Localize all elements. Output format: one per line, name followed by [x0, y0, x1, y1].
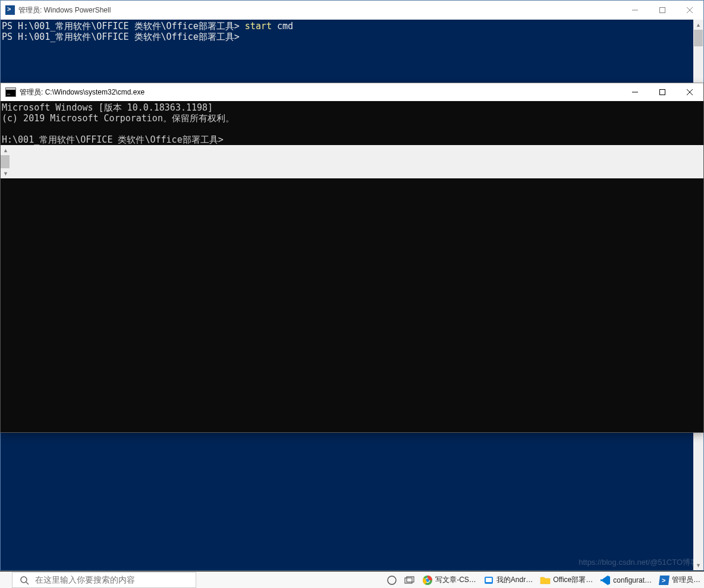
- search-icon: [20, 576, 29, 585]
- watermark: https://blog.csdn.net/@51CTO博客: [579, 557, 698, 568]
- powershell-window-controls: [621, 1, 703, 20]
- taskbar: 在这里输入你要搜索的内容: [0, 571, 704, 588]
- powershell-titlebar[interactable]: 管理员: Windows PowerShell: [1, 1, 703, 20]
- cmd-maximize-button[interactable]: [649, 83, 676, 101]
- svg-text:>: >: [662, 577, 665, 584]
- cmd-icon: [5, 87, 16, 97]
- cmd-line-2: (c) 2019 Microsoft Corporation。保留所有权利。: [2, 113, 234, 124]
- task-label: configurat…: [613, 576, 652, 584]
- powershell-command: start: [245, 21, 272, 32]
- svg-point-10: [388, 576, 396, 584]
- svg-line-9: [26, 582, 29, 584]
- cmd-close-button[interactable]: [676, 83, 703, 101]
- taskbar-item-android[interactable]: 我的Andr…: [480, 572, 536, 588]
- powershell-command-arg: cmd: [272, 21, 293, 32]
- cmd-body[interactable]: Microsoft Windows [版本 10.0.18363.1198] (…: [1, 101, 703, 432]
- taskview-icon: [404, 575, 415, 586]
- vscode-icon: [600, 575, 611, 586]
- scroll-down-icon[interactable]: ▼: [1, 168, 11, 178]
- android-icon: [483, 575, 494, 586]
- cortana-icon: [386, 575, 397, 586]
- taskbar-item-powershell[interactable]: > 管理员…: [655, 572, 704, 588]
- cmd-titlebar[interactable]: 管理员: C:\Windows\system32\cmd.exe: [1, 83, 703, 101]
- task-label: 管理员…: [672, 575, 700, 585]
- taskbar-items: 写文章-CS… 我的Andr… Office部署…: [383, 572, 704, 588]
- task-label: 我的Andr…: [496, 575, 533, 585]
- scroll-up-icon[interactable]: ▲: [1, 145, 11, 155]
- cmd-window: 管理员: C:\Windows\system32\cmd.exe Microso…: [0, 83, 704, 433]
- scroll-thumb[interactable]: [1, 155, 10, 168]
- svg-rect-17: [486, 578, 492, 582]
- powershell-prompt-1: PS H:\001_常用软件\OFFICE 类软件\Office部署工具>: [2, 21, 245, 32]
- svg-rect-1: [660, 8, 665, 13]
- taskbar-item-chrome[interactable]: 写文章-CS…: [419, 572, 480, 588]
- scroll-up-icon[interactable]: ▲: [693, 20, 703, 30]
- task-label: Office部署…: [553, 575, 593, 585]
- taskbar-item-circle[interactable]: [383, 572, 401, 588]
- svg-rect-11: [405, 578, 412, 583]
- powershell-close-button[interactable]: [676, 1, 703, 20]
- folder-icon: [540, 575, 551, 586]
- powershell-prompt-2: PS H:\001_常用软件\OFFICE 类软件\Office部署工具>: [2, 32, 240, 42]
- taskbar-item-folder[interactable]: Office部署…: [536, 572, 596, 588]
- chrome-icon: [422, 575, 433, 586]
- scroll-thumb[interactable]: [694, 30, 703, 46]
- powershell-maximize-button[interactable]: [649, 1, 676, 20]
- powershell-icon: [5, 5, 15, 15]
- cmd-output[interactable]: Microsoft Windows [版本 10.0.18363.1198] (…: [1, 101, 703, 145]
- powershell-title: 管理员: Windows PowerShell: [18, 5, 621, 15]
- cmd-prompt: H:\001_常用软件\OFFICE 类软件\Office部署工具>: [2, 134, 224, 145]
- cmd-window-controls: [621, 83, 703, 101]
- taskbar-item-taskview[interactable]: [401, 572, 419, 588]
- svg-rect-5: [660, 90, 665, 95]
- powershell-output[interactable]: PS H:\001_常用软件\OFFICE 类软件\Office部署工具> st…: [1, 20, 703, 42]
- powershell-minimize-button[interactable]: [621, 1, 649, 20]
- taskbar-item-vscode[interactable]: configurat…: [596, 572, 655, 588]
- cmd-line-1: Microsoft Windows [版本 10.0.18363.1198]: [2, 102, 213, 113]
- svg-rect-12: [407, 577, 414, 582]
- task-label: 写文章-CS…: [435, 575, 476, 585]
- taskbar-search[interactable]: 在这里输入你要搜索的内容: [12, 572, 196, 588]
- svg-point-8: [21, 577, 27, 583]
- cmd-scrollbar[interactable]: ▲ ▼: [1, 145, 703, 178]
- cmd-minimize-button[interactable]: [621, 83, 649, 101]
- search-placeholder: 在这里输入你要搜索的内容: [35, 575, 135, 586]
- cmd-title: 管理员: C:\Windows\system32\cmd.exe: [20, 87, 621, 98]
- powershell-taskbar-icon: >: [659, 575, 670, 586]
